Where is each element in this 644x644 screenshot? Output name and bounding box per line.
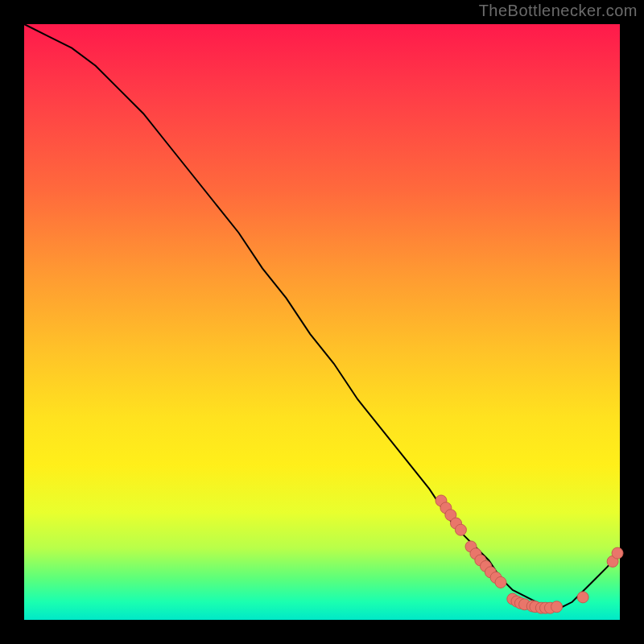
chart-marker [612,547,623,559]
chart-plot-area [24,24,620,620]
chart-markers [436,495,623,613]
chart-marker [495,576,506,588]
watermark-text: TheBottlenecker.com [479,2,638,20]
chart-marker [577,592,588,603]
chart-line [24,24,620,608]
chart-marker [455,524,466,535]
chart-marker [551,601,563,613]
chart-svg [24,24,620,620]
